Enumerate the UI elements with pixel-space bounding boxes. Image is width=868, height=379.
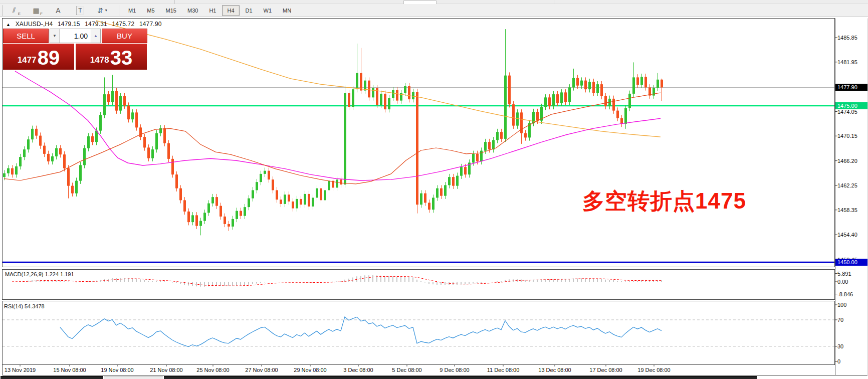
date-tick-label: 13 Dec 08:00 [538,367,571,373]
chart-tab-active[interactable] [104,376,163,379]
price-tick-label: 1481.95 [837,59,857,65]
sell-price-big: 89 [38,48,60,68]
price-tick-label: 1458.35 [837,207,857,213]
ohlc-low: 1475.72 [112,21,135,28]
current-price-line-label: 1477.90 [835,84,867,91]
price-tick-label: 1485.85 [837,35,857,41]
date-tick-label: 25 Nov 08:00 [196,367,229,373]
sell-price-small: 1477 [18,53,37,68]
lower-level-line-label: 1450.00 [835,259,867,266]
sell-price-box[interactable]: 1477 89 [3,44,74,70]
date-tick-label: 11 Dec 08:00 [487,367,520,373]
indicator-axis-label: 70 [837,317,843,323]
indicator-axis-label: 5.891 [837,271,851,277]
date-tick-label: 19 Dec 08:00 [637,367,670,373]
chart-tab[interactable] [1,376,103,379]
date-tick-label: 19 Nov 08:00 [101,367,133,373]
chart-annotation-text: 多空转折点1475 [582,186,746,216]
date-tick-label: 21 Nov 08:00 [150,367,182,373]
volume-down-icon[interactable]: ▼ [50,29,60,43]
symbol-period: XAUUSD-,H4 [16,21,53,28]
chart-header: ▲ XAUUSD-,H4 1479.15 1479.31 1475.72 147… [6,21,165,28]
macd-label: MACD(12,26,9) 1.224 1.191 [5,271,74,277]
one-click-trade-panel: SELL ▼ 1.00 ▲ BUY 1477 89 1478 33 [3,29,147,70]
indicator-axis-label: 100 [837,302,846,308]
date-tick-label: 13 Nov 2019 [5,367,36,373]
collapse-panel-icon[interactable]: ▲ [6,22,11,27]
price-tick-label: 1474.05 [837,109,857,115]
volume-stepper: ▼ 1.00 ▲ [50,29,101,43]
chart-tab[interactable] [164,376,757,379]
buy-button[interactable]: BUY [102,29,147,43]
sell-button[interactable]: SELL [3,29,49,43]
date-tick-label: 5 Dec 08:00 [392,367,421,373]
date-tick-label: 3 Dec 08:00 [343,367,373,373]
date-tick-label: 27 Nov 08:00 [245,367,278,373]
indicator-axis-label: 30 [837,343,843,349]
ohlc-close: 1477.90 [139,21,162,28]
indicator-axis-label: 0 [837,358,840,364]
volume-up-icon[interactable]: ▲ [91,29,100,43]
rsi-label: RSI(14) 54.3478 [4,303,45,309]
support-line-label: 1475.00 [835,102,867,109]
buy-price-small: 1478 [90,53,109,68]
price-tick-label: 1454.40 [837,232,857,238]
mt4-window: ⫽E▦FAT⇵▾ M1M5M15M30H1H4D1W1MN ▲ XAUUSD-,… [0,0,868,379]
price-tick-label: 1462.25 [837,182,857,188]
price-tick-label: 1466.20 [837,158,857,164]
buy-price-big: 33 [110,48,133,68]
date-tick-label: 15 Nov 08:00 [53,367,86,373]
date-tick-label: 29 Nov 08:00 [294,367,326,373]
price-tick-label: 1470.15 [837,133,857,139]
indicator-axis-label: 0.00 [837,279,848,285]
indicator-axis-label: -8.846 [837,291,853,297]
ohlc-high: 1479.31 [85,21,107,28]
date-tick-label: 17 Dec 08:00 [589,367,622,373]
ohlc-open: 1479.15 [58,21,80,28]
volume-input[interactable]: 1.00 [60,29,91,43]
buy-price-box[interactable]: 1478 33 [76,44,147,70]
date-tick-label: 9 Dec 08:00 [440,367,469,373]
